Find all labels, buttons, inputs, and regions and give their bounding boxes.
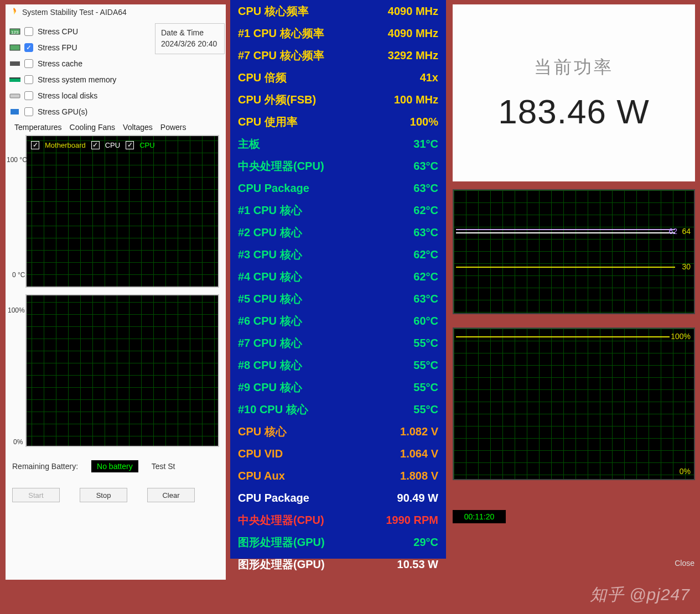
chart-value: 64 bbox=[682, 227, 691, 236]
chart-grid bbox=[27, 295, 218, 446]
tab-temperatures[interactable]: Temperatures bbox=[14, 123, 62, 132]
right-usage-chart[interactable]: 100% 0% bbox=[453, 327, 695, 480]
tab-voltages[interactable]: Voltages bbox=[123, 123, 153, 132]
stat-value: 1.082 V bbox=[400, 422, 438, 441]
stat-row: #7 CPU 核心55°C bbox=[230, 332, 446, 354]
stat-value: 100 MHz bbox=[394, 90, 438, 110]
axis-label: 100% bbox=[8, 306, 25, 314]
stat-label: 中央处理器(CPU) bbox=[238, 156, 324, 176]
legend-motherboard[interactable]: Motherboard bbox=[45, 141, 86, 149]
legend-cpu[interactable]: CPU bbox=[105, 141, 120, 149]
aida64-window: System Stability Test - AIDA64 123Stress… bbox=[6, 4, 226, 580]
stress-stress-cpu[interactable]: 123Stress CPU bbox=[9, 23, 152, 39]
stat-value: 1990 RPM bbox=[386, 510, 439, 530]
stat-value: 90.49 W bbox=[397, 488, 438, 508]
stat-label: #1 CPU 核心频率 bbox=[238, 23, 324, 43]
tab-cooling-fans[interactable]: Cooling Fans bbox=[70, 123, 116, 132]
stat-row: 主板31°C bbox=[230, 133, 446, 155]
stat-label: #1 CPU 核心 bbox=[238, 200, 302, 220]
axis-label: 100% bbox=[671, 332, 691, 341]
axis-label: 0% bbox=[13, 438, 23, 446]
stat-label: CPU VID bbox=[238, 444, 283, 464]
svg-rect-7 bbox=[11, 109, 17, 115]
clear-button[interactable]: Clear bbox=[147, 488, 195, 502]
stat-row: CPU 使用率100% bbox=[230, 111, 446, 133]
svg-rect-3 bbox=[10, 61, 20, 66]
stat-label: CPU 使用率 bbox=[238, 112, 298, 132]
stat-row: CPU Aux1.808 V bbox=[230, 465, 446, 487]
stat-row: #1 CPU 核心62°C bbox=[230, 199, 446, 221]
device-icon bbox=[9, 107, 21, 116]
stop-button[interactable]: Stop bbox=[80, 488, 127, 502]
stat-value: 55°C bbox=[413, 355, 438, 375]
stat-label: #7 CPU 核心 bbox=[238, 333, 302, 353]
stat-label: CPU 倍频 bbox=[238, 67, 287, 87]
checkbox[interactable] bbox=[24, 43, 33, 52]
stat-row: 中央处理器(CPU)63°C bbox=[230, 155, 446, 177]
device-icon bbox=[9, 59, 21, 68]
axis-label: 0% bbox=[680, 467, 691, 476]
stat-row: #6 CPU 核心60°C bbox=[230, 310, 446, 332]
chart-line-white bbox=[456, 232, 675, 233]
svg-rect-5 bbox=[9, 77, 20, 79]
legend-checkbox[interactable] bbox=[126, 141, 134, 149]
checkbox[interactable] bbox=[24, 91, 33, 100]
stress-label: Stress GPU(s) bbox=[38, 107, 87, 116]
stat-value: 55°C bbox=[413, 377, 438, 397]
stat-row: CPU Package90.49 W bbox=[230, 487, 446, 509]
stat-value: 62°C bbox=[413, 244, 438, 264]
chart-grid bbox=[454, 329, 694, 479]
chart-grid bbox=[454, 190, 694, 313]
stat-row: CPU VID1.064 V bbox=[230, 443, 446, 465]
window-titlebar[interactable]: System Stability Test - AIDA64 bbox=[6, 4, 226, 20]
stat-value: 55°C bbox=[413, 399, 438, 419]
device-icon bbox=[9, 75, 21, 84]
legend-checkbox[interactable] bbox=[31, 141, 39, 149]
tab-powers[interactable]: Powers bbox=[160, 123, 186, 132]
stat-value: 62°C bbox=[413, 267, 438, 287]
stat-value: 60°C bbox=[413, 311, 438, 331]
stress-stress-fpu[interactable]: Stress FPU bbox=[9, 39, 152, 55]
stat-label: #9 CPU 核心 bbox=[238, 377, 302, 397]
start-button[interactable]: Start bbox=[12, 488, 60, 502]
legend-checkbox[interactable] bbox=[91, 141, 100, 149]
stat-label: #7 CPU 核心频率 bbox=[238, 45, 324, 65]
status-row: Remaining Battery: No battery Test St bbox=[6, 451, 226, 472]
svg-rect-6 bbox=[10, 94, 20, 98]
checkbox[interactable] bbox=[24, 27, 33, 36]
stat-value: 1.064 V bbox=[400, 444, 438, 464]
stat-label: #3 CPU 核心 bbox=[238, 244, 302, 264]
checkbox[interactable] bbox=[24, 75, 33, 84]
stat-value: 3292 MHz bbox=[388, 45, 438, 65]
stat-value: 29°C bbox=[413, 532, 438, 552]
checkbox[interactable] bbox=[24, 107, 33, 116]
legend-cpu2[interactable]: CPU bbox=[139, 141, 154, 149]
power-label: 当前功率 bbox=[534, 55, 614, 80]
stat-label: #6 CPU 核心 bbox=[238, 311, 302, 331]
right-temperature-chart[interactable]: 62 64 30 bbox=[453, 189, 695, 314]
stat-label: CPU 核心 bbox=[238, 422, 287, 441]
stress-label: Stress CPU bbox=[38, 27, 78, 36]
button-row: Start Stop Clear bbox=[6, 472, 226, 502]
device-icon bbox=[9, 43, 21, 52]
battery-status-badge: No battery bbox=[91, 460, 138, 472]
close-button[interactable]: Close bbox=[675, 559, 694, 568]
stat-row: #3 CPU 核心62°C bbox=[230, 243, 446, 266]
stress-stress-system-memory[interactable]: Stress system memory bbox=[9, 71, 152, 87]
datetime-label: Date & Time bbox=[161, 28, 219, 37]
stat-row: CPU 倍频41x bbox=[230, 66, 446, 89]
stat-value: 4090 MHz bbox=[388, 1, 438, 21]
stress-stress-local-disks[interactable]: Stress local disks bbox=[9, 87, 152, 103]
stat-row: #10 CPU 核心55°C bbox=[230, 398, 446, 420]
usage-chart[interactable] bbox=[25, 294, 219, 447]
checkbox[interactable] bbox=[24, 59, 33, 68]
svg-text:123: 123 bbox=[11, 30, 19, 35]
datetime-panel: Date & Time 2024/3/26 20:40 bbox=[155, 23, 225, 54]
svg-rect-8 bbox=[17, 109, 19, 115]
stress-stress-cache[interactable]: Stress cache bbox=[9, 55, 152, 71]
svg-rect-2 bbox=[10, 45, 20, 50]
chart-line-100 bbox=[456, 336, 670, 337]
stat-label: CPU 核心频率 bbox=[238, 1, 309, 21]
stress-stress-gpu-s-[interactable]: Stress GPU(s) bbox=[9, 103, 152, 119]
temperature-chart[interactable]: Motherboard CPU CPU bbox=[25, 135, 219, 288]
